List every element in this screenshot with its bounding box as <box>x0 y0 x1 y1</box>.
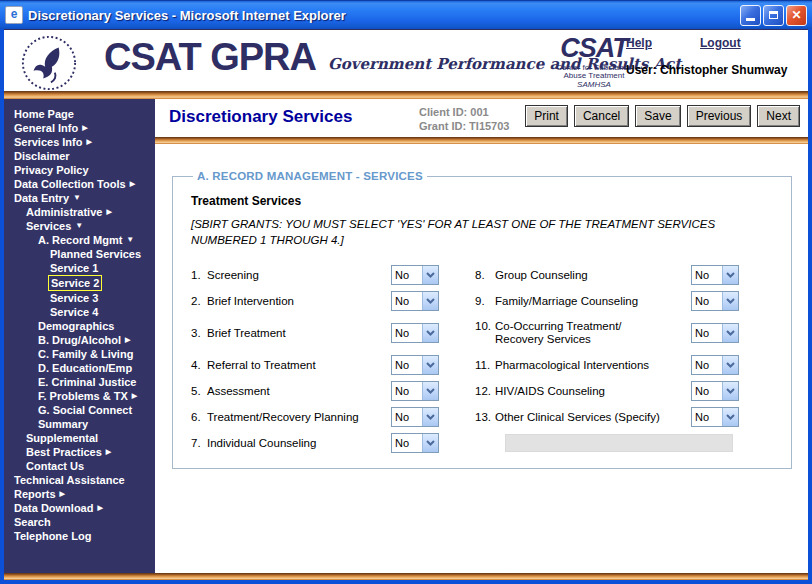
service-name: Family/Marriage Counseling <box>495 295 638 308</box>
sidebar-item-privacy-policy[interactable]: Privacy Policy <box>4 163 155 177</box>
sidebar-item-contact-us[interactable]: Contact Us <box>4 459 155 473</box>
sidebar-item-label: Service 2 <box>48 275 102 291</box>
select-brief-treatment[interactable]: No <box>391 323 439 343</box>
sidebar-item-data-entry[interactable]: Data Entry▼ <box>4 191 155 205</box>
sidebar-item-disclaimer[interactable]: Disclaimer <box>4 149 155 163</box>
sidebar-item-b-drug-alcohol[interactable]: B. Drug/Alcohol▶ <box>4 333 155 347</box>
sidebar-item-summary[interactable]: Summary <box>4 417 155 431</box>
sidebar-item-data-collection-tools[interactable]: Data Collection Tools▶ <box>4 177 155 191</box>
save-button[interactable]: Save <box>635 105 680 127</box>
service-label: 1.Screening <box>191 269 391 282</box>
other-clinical-specify-input[interactable] <box>505 434 733 452</box>
sidebar-item-g-social-connect[interactable]: G. Social Connect <box>4 403 155 417</box>
page-title: Discretionary Services <box>169 107 352 127</box>
service-label: 3.Brief Treatment <box>191 327 391 340</box>
sidebar-item-e-criminal-justice[interactable]: E. Criminal Justice <box>4 375 155 389</box>
service-number: 2. <box>191 295 207 308</box>
sidebar-item-label: Service 1 <box>48 261 100 275</box>
chevron-down-icon <box>722 324 738 342</box>
select-individual-counseling[interactable]: No <box>391 433 439 453</box>
logout-link[interactable]: Logout <box>700 36 741 50</box>
sidebar-item-supplemental[interactable]: Supplemental <box>4 431 155 445</box>
select-other-clinical-services-specify[interactable]: No <box>691 407 739 427</box>
content-gold-divider <box>155 137 808 144</box>
select-hiv-aids-counseling[interactable]: No <box>691 381 739 401</box>
sidebar-item-service-1[interactable]: Service 1 <box>4 261 155 275</box>
help-link[interactable]: Help <box>626 36 652 50</box>
service-label: 10.Co-Occurring Treatment/ Recovery Serv… <box>475 320 691 346</box>
sidebar-item-general-info[interactable]: General Info▶ <box>4 121 155 135</box>
sidebar-item-label: Disclaimer <box>12 149 72 163</box>
service-name: Group Counseling <box>495 269 588 282</box>
sidebar-item-services-info[interactable]: Services Info▶ <box>4 135 155 149</box>
service-name: Screening <box>207 269 259 282</box>
content-area: Discretionary Services Client ID: 001 Gr… <box>155 99 808 573</box>
service-label: 2.Brief Intervention <box>191 295 391 308</box>
service-number: 4. <box>191 359 207 372</box>
sidebar-item-telephone-log[interactable]: Telephone Log <box>4 529 155 543</box>
footer-gold-bar <box>4 573 808 580</box>
sidebar-item-home-page[interactable]: Home Page <box>4 107 155 121</box>
maximize-button[interactable] <box>763 5 784 26</box>
sidebar-item-demographics[interactable]: Demographics <box>4 319 155 333</box>
service-name: Referral to Treatment <box>207 359 316 372</box>
select-value: No <box>692 327 722 339</box>
sidebar-item-label: Services <box>24 219 73 233</box>
select-value: No <box>692 359 722 371</box>
select-group-counseling[interactable]: No <box>691 265 739 285</box>
previous-button[interactable]: Previous <box>687 105 752 127</box>
titlebar: e Discretionary Services - Microsoft Int… <box>0 0 812 29</box>
form-row: 2.Brief InterventionNo9.Family/Marriage … <box>191 288 777 314</box>
sidebar-item-service-2[interactable]: Service 2 <box>4 275 155 291</box>
service-number: 5. <box>191 385 207 398</box>
sidebar-item-search[interactable]: Search <box>4 515 155 529</box>
service-name: HIV/AIDS Counseling <box>495 385 605 398</box>
sidebar-item-data-download[interactable]: Data Download▶ <box>4 501 155 515</box>
chevron-down-icon <box>722 356 738 374</box>
service-number: 8. <box>475 269 495 282</box>
ie-page-icon: e <box>5 6 23 24</box>
sidebar-item-best-practices[interactable]: Best Practices▶ <box>4 445 155 459</box>
sidebar-item-a-record-mgmt[interactable]: A. Record Mgmt▼ <box>4 233 155 247</box>
sidebar-item-service-4[interactable]: Service 4 <box>4 305 155 319</box>
sidebar-item-label: E. Criminal Justice <box>36 375 138 389</box>
sidebar-item-label: Search <box>12 515 53 529</box>
select-screening[interactable]: No <box>391 265 439 285</box>
minimize-button[interactable] <box>740 5 761 26</box>
sidebar-item-planned-services[interactable]: Planned Services <box>4 247 155 261</box>
cancel-button[interactable]: Cancel <box>574 105 629 127</box>
browser-content: CSAT GPRA Government Performance and Res… <box>0 29 812 584</box>
chevron-right-icon: ▶ <box>97 501 102 515</box>
record-ids: Client ID: 001 Grant ID: TI15703 <box>419 105 509 133</box>
sidebar-item-c-family-living[interactable]: C. Family & Living <box>4 347 155 361</box>
select-value: No <box>392 411 422 423</box>
sidebar-item-label: D. Education/Emp <box>36 361 134 375</box>
select-pharmacological-interventions[interactable]: No <box>691 355 739 375</box>
header-gold-bar <box>4 91 808 99</box>
sidebar-item-services[interactable]: Services▼ <box>4 219 155 233</box>
sidebar-item-label: Home Page <box>12 107 76 121</box>
sidebar-item-reports[interactable]: Reports▶ <box>4 487 155 501</box>
select-treatment-recovery-planning[interactable]: No <box>391 407 439 427</box>
services-grid: 1.ScreeningNo8.Group CounselingNo2.Brief… <box>191 262 777 456</box>
close-icon: ✕ <box>791 9 801 21</box>
app-header: CSAT GPRA Government Performance and Res… <box>4 29 808 99</box>
close-button[interactable]: ✕ <box>786 5 807 26</box>
sidebar-item-administrative[interactable]: Administrative▶ <box>4 205 155 219</box>
select-co-occurring-treatment[interactable]: No <box>691 323 739 343</box>
next-button[interactable]: Next <box>757 105 800 127</box>
select-brief-intervention[interactable]: No <box>391 291 439 311</box>
form-row: 1.ScreeningNo8.Group CounselingNo <box>191 262 777 288</box>
sidebar-item-service-3[interactable]: Service 3 <box>4 291 155 305</box>
service-name: Co-Occurring Treatment/ Recovery Service… <box>495 320 622 346</box>
sidebar-item-d-education-emp[interactable]: D. Education/Emp <box>4 361 155 375</box>
service-name: Treatment/Recovery Planning <box>207 411 359 424</box>
sidebar-item-technical-assistance[interactable]: Technical Assistance <box>4 473 155 487</box>
sidebar-item-f-problems-tx[interactable]: F. Problems & TX▶ <box>4 389 155 403</box>
select-family-marriage-counseling[interactable]: No <box>691 291 739 311</box>
select-assessment[interactable]: No <box>391 381 439 401</box>
service-label: 6.Treatment/Recovery Planning <box>191 411 391 424</box>
chevron-down-icon <box>422 434 438 452</box>
print-button[interactable]: Print <box>525 105 568 127</box>
select-referral-to-treatment[interactable]: No <box>391 355 439 375</box>
